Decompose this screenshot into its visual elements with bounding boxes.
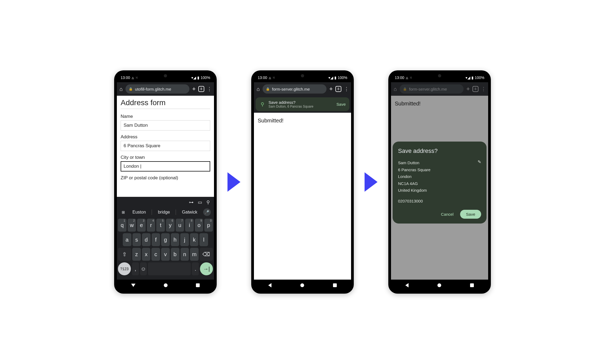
home-icon[interactable]: ⌂ (394, 86, 397, 92)
omnibox[interactable]: 🔒 utofill-form.glitch.me (125, 84, 189, 94)
key-n[interactable]: n (181, 248, 189, 261)
location-icon[interactable]: ⚲ (206, 200, 210, 205)
pin-icon: ⚲ (259, 101, 265, 107)
nav-recent-icon[interactable] (333, 283, 337, 287)
phone-snackbar: 13:00 ◬ ⁙ ▾◢ ▮ 100% ⌂ 🔒 form-server.glit… (251, 70, 354, 294)
notif-icon: ◬ (132, 76, 134, 80)
key-j[interactable]: j (180, 233, 189, 246)
key-z[interactable]: z (132, 248, 141, 261)
nav-home-icon[interactable] (437, 283, 441, 287)
key-f[interactable]: f (152, 233, 160, 246)
suggestion-1[interactable]: Euston (130, 210, 149, 215)
key-y[interactable]: y6 (166, 219, 175, 232)
key-w[interactable]: w2 (128, 219, 136, 232)
more-menu-icon[interactable]: ⋮ (207, 86, 211, 92)
next-key[interactable]: →| (200, 262, 213, 275)
key-m[interactable]: m (190, 248, 199, 261)
android-nav (391, 280, 488, 291)
battery-icon: ▮ (471, 75, 474, 80)
sheet-address: 6 Pancras Square (398, 166, 430, 173)
key-u[interactable]: u7 (176, 219, 184, 232)
omnibox[interactable]: 🔒 form-server.glitch.me (263, 84, 327, 94)
key-g[interactable]: g (161, 233, 170, 246)
key-d[interactable]: d (142, 233, 151, 246)
suggestion-3[interactable]: Gatwick (179, 210, 200, 215)
page-content: Submitted! Save address? Sam Dutton 6 Pa… (391, 96, 488, 280)
snackbar-title: Save address? (268, 100, 333, 105)
tab-switcher[interactable]: 8 (335, 86, 341, 92)
nav-home-icon[interactable] (164, 283, 168, 287)
new-tab-icon[interactable]: + (329, 85, 333, 92)
snackbar-save-button[interactable]: Save (337, 102, 346, 107)
home-icon[interactable]: ⌂ (120, 86, 123, 92)
key-i[interactable]: i8 (185, 219, 194, 232)
sheet-country: United Kingdom (398, 187, 430, 194)
flow-arrow-icon (365, 172, 378, 192)
browser-toolbar: ⌂ 🔒 form-server.glitch.me + 8 ⋮ (391, 82, 488, 96)
sheet-name: Sam Dutton (398, 159, 430, 166)
key-x[interactable]: x (142, 248, 151, 261)
backspace-key[interactable]: ⌫ (200, 248, 213, 261)
comma-key[interactable]: , (132, 262, 139, 275)
key-l[interactable]: l (199, 233, 208, 246)
grid-icon[interactable]: ⊞ (120, 210, 127, 214)
key-p[interactable]: p0 (204, 219, 213, 232)
key-c[interactable]: c (151, 248, 160, 261)
shift-key[interactable]: ⇧ (118, 248, 131, 261)
nav-recent-icon[interactable] (196, 283, 200, 287)
status-time: 13:00 (258, 75, 267, 80)
key-s[interactable]: s (132, 233, 141, 246)
period-key[interactable]: . (192, 262, 199, 275)
tab-switcher[interactable]: 8 (473, 86, 478, 92)
card-icon[interactable]: ▭ (198, 200, 202, 205)
omnibox[interactable]: 🔒 form-server.glitch.me (400, 84, 464, 94)
more-menu-icon[interactable]: ⋮ (344, 86, 348, 92)
password-icon[interactable]: ⊶ (189, 200, 193, 205)
url-text: form-server.glitch.me (409, 87, 447, 91)
city-input[interactable]: London | (121, 161, 210, 171)
key-r[interactable]: r4 (147, 219, 155, 232)
nav-home-icon[interactable] (300, 283, 304, 287)
tab-switcher[interactable]: 8 (198, 86, 204, 92)
nav-recent-icon[interactable] (470, 283, 474, 287)
space-key[interactable] (148, 262, 191, 275)
battery-pct: 100% (200, 75, 210, 80)
submitted-text: Submitted! (254, 113, 351, 129)
snackbar-subtitle: Sam Dutton, 6 Pancras Square (268, 105, 333, 108)
edit-icon[interactable]: ✎ (478, 159, 481, 164)
key-q[interactable]: q1 (118, 219, 127, 232)
nav-back-icon[interactable] (405, 283, 409, 287)
address-input[interactable]: 6 Pancras Square (121, 141, 210, 151)
key-v[interactable]: v (161, 248, 170, 261)
key-t[interactable]: t5 (156, 219, 165, 232)
sheet-city: London (398, 173, 430, 180)
key-h[interactable]: h (171, 233, 179, 246)
emoji-key[interactable]: ☺ (140, 262, 147, 275)
key-e[interactable]: e3 (137, 219, 146, 232)
notif-icon-2: ⁙ (410, 76, 412, 80)
nav-back-icon[interactable] (268, 283, 271, 287)
suggestion-2[interactable]: bridge (155, 210, 172, 215)
key-b[interactable]: b (171, 248, 179, 261)
key-a[interactable]: a (123, 233, 131, 246)
more-menu-icon[interactable]: ⋮ (481, 86, 485, 92)
home-icon[interactable]: ⌂ (257, 86, 260, 92)
key-k[interactable]: k (190, 233, 199, 246)
nav-back-icon[interactable] (131, 284, 135, 287)
key-o[interactable]: o9 (195, 219, 203, 232)
battery-icon: ▮ (197, 75, 199, 80)
new-tab-icon[interactable]: + (192, 85, 196, 92)
url-text: utofill-form.glitch.me (135, 87, 171, 91)
save-button[interactable]: Save (460, 210, 481, 219)
page-content: Submitted! (254, 113, 351, 280)
url-text: form-server.glitch.me (272, 87, 310, 91)
new-tab-icon[interactable]: + (466, 85, 470, 92)
browser-toolbar: ⌂ 🔒 form-server.glitch.me + 8 ⋮ (254, 82, 351, 96)
name-input[interactable]: Sam Dutton (121, 120, 210, 131)
symbols-key[interactable]: ?123 (118, 262, 131, 275)
mic-icon[interactable]: 🎤 (203, 208, 211, 216)
notif-icon: ◬ (406, 76, 408, 80)
phone-bottomsheet: 13:00 ◬ ⁙ ▾◢ ▮ 100% ⌂ 🔒 form-server.glit… (388, 70, 491, 294)
cancel-button[interactable]: Cancel (440, 210, 455, 219)
wifi-icon: ▾◢ (328, 75, 333, 80)
